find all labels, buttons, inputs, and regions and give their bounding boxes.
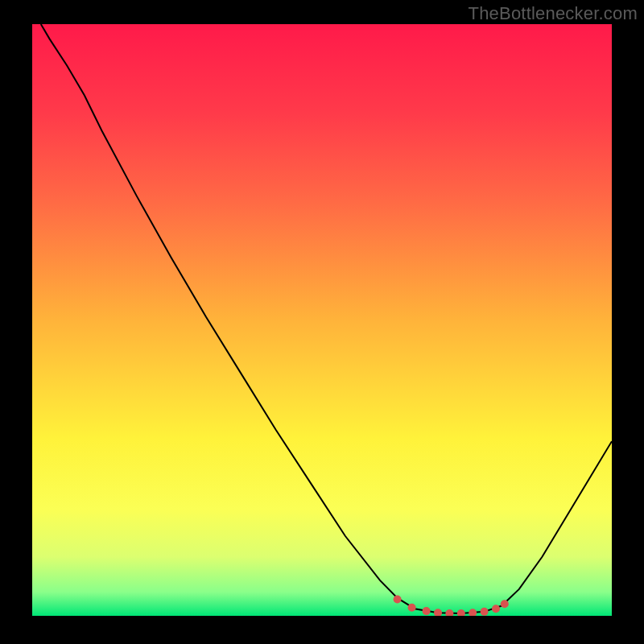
chart-background bbox=[32, 24, 612, 616]
attribution-text: TheBottlenecker.com bbox=[469, 3, 638, 24]
marker-dot bbox=[501, 600, 509, 608]
marker-dot bbox=[408, 604, 416, 612]
marker-dot bbox=[492, 605, 500, 613]
marker-dot bbox=[394, 595, 402, 603]
marker-dot bbox=[423, 607, 431, 615]
bottleneck-chart bbox=[32, 24, 612, 616]
chart-svg bbox=[32, 24, 612, 616]
marker-dot bbox=[481, 608, 489, 616]
